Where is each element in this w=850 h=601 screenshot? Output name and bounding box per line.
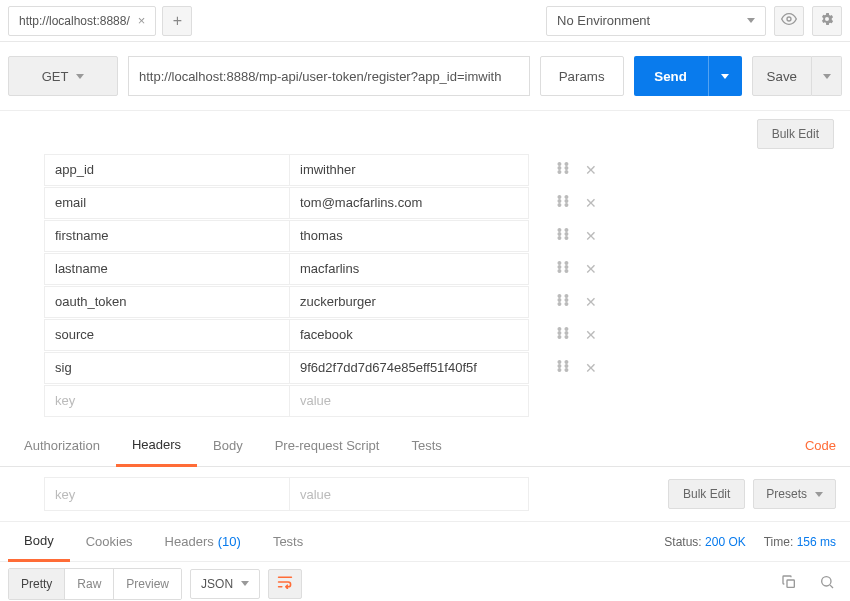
environment-preview-button[interactable] (774, 6, 804, 36)
param-row: ••••••✕ (44, 219, 842, 252)
environment-label: No Environment (557, 13, 650, 28)
wrap-lines-button[interactable] (268, 569, 302, 599)
delete-icon[interactable]: ✕ (585, 327, 597, 343)
status-container: Status: 200 OK (664, 535, 745, 549)
param-value-input[interactable] (289, 319, 529, 351)
param-key-input[interactable] (44, 286, 289, 318)
gear-icon (819, 11, 835, 30)
param-key-input-new[interactable] (44, 385, 289, 417)
add-tab-button[interactable]: + (162, 6, 192, 36)
param-key-input[interactable] (44, 253, 289, 285)
method-select[interactable]: GET (8, 56, 118, 96)
tab-headers[interactable]: Headers (116, 425, 197, 467)
drag-handle-icon[interactable]: •••••• (557, 327, 567, 343)
eye-icon (781, 11, 797, 30)
time-label: Time: (764, 535, 794, 549)
view-preview-button[interactable]: Preview (113, 569, 181, 599)
chevron-down-icon (76, 74, 84, 79)
delete-icon[interactable]: ✕ (585, 162, 597, 178)
delete-icon[interactable]: ✕ (585, 228, 597, 244)
svg-point-2 (822, 577, 831, 586)
param-key-input[interactable] (44, 220, 289, 252)
search-icon (819, 574, 835, 593)
close-icon[interactable]: × (138, 13, 146, 28)
settings-button[interactable] (812, 6, 842, 36)
param-row: ••••••✕ (44, 318, 842, 351)
param-row: ••••••✕ (44, 285, 842, 318)
request-tab[interactable]: http://localhost:8888/ × (8, 6, 156, 36)
response-tab-body[interactable]: Body (8, 522, 70, 562)
param-key-input[interactable] (44, 187, 289, 219)
drag-handle-icon[interactable]: •••••• (557, 162, 567, 178)
status-value: 200 OK (705, 535, 746, 549)
save-dropdown-button[interactable] (812, 56, 842, 96)
response-tab-headers[interactable]: Headers (10) (149, 522, 257, 562)
header-value-input[interactable] (289, 477, 529, 511)
drag-handle-icon[interactable]: •••••• (557, 228, 567, 244)
param-key-input[interactable] (44, 154, 289, 186)
time-container: Time: 156 ms (764, 535, 836, 549)
param-row: ••••••✕ (44, 351, 842, 384)
param-value-input[interactable] (289, 220, 529, 252)
time-value: 156 ms (797, 535, 836, 549)
search-button[interactable] (812, 569, 842, 599)
url-input[interactable] (128, 56, 530, 96)
headers-bulk-edit-button[interactable]: Bulk Edit (668, 479, 745, 509)
svg-rect-1 (787, 580, 794, 587)
drag-handle-icon[interactable]: •••••• (557, 261, 567, 277)
response-headers-label: Headers (165, 534, 214, 549)
send-dropdown-button[interactable] (708, 56, 742, 96)
param-row: ••••••✕ (44, 252, 842, 285)
response-headers-count: (10) (218, 534, 241, 549)
view-raw-button[interactable]: Raw (64, 569, 113, 599)
wrap-icon (277, 575, 293, 593)
save-button[interactable]: Save (752, 56, 812, 96)
environment-select[interactable]: No Environment (546, 6, 766, 36)
bulk-edit-button[interactable]: Bulk Edit (757, 119, 834, 149)
tab-body[interactable]: Body (197, 425, 259, 467)
tab-pre-request[interactable]: Pre-request Script (259, 425, 396, 467)
drag-handle-icon[interactable]: •••••• (557, 360, 567, 376)
delete-icon[interactable]: ✕ (585, 294, 597, 310)
param-row: ••••••✕ (44, 186, 842, 219)
response-tab-cookies[interactable]: Cookies (70, 522, 149, 562)
param-key-input[interactable] (44, 319, 289, 351)
send-button[interactable]: Send (634, 56, 708, 96)
copy-icon (781, 574, 797, 593)
drag-handle-icon[interactable]: •••••• (557, 195, 567, 211)
presets-button[interactable]: Presets (753, 479, 836, 509)
format-select[interactable]: JSON (190, 569, 260, 599)
param-value-input-new[interactable] (289, 385, 529, 417)
drag-handle-icon[interactable]: •••••• (557, 294, 567, 310)
params-button[interactable]: Params (540, 56, 624, 96)
chevron-down-icon (823, 74, 831, 79)
view-pretty-button[interactable]: Pretty (9, 569, 64, 599)
format-label: JSON (201, 577, 233, 591)
chevron-down-icon (721, 74, 729, 79)
tab-tests[interactable]: Tests (395, 425, 457, 467)
chevron-down-icon (241, 581, 249, 586)
response-tab-tests[interactable]: Tests (257, 522, 319, 562)
method-label: GET (42, 69, 69, 84)
chevron-down-icon (747, 18, 755, 23)
presets-label: Presets (766, 487, 807, 501)
param-value-input[interactable] (289, 187, 529, 219)
param-value-input[interactable] (289, 253, 529, 285)
code-link[interactable]: Code (805, 438, 842, 453)
delete-icon[interactable]: ✕ (585, 261, 597, 277)
param-value-input[interactable] (289, 286, 529, 318)
param-key-input[interactable] (44, 352, 289, 384)
header-key-input[interactable] (44, 477, 289, 511)
status-label: Status: (664, 535, 701, 549)
request-tab-title: http://localhost:8888/ (19, 14, 130, 28)
copy-button[interactable] (774, 569, 804, 599)
param-value-input[interactable] (289, 352, 529, 384)
tab-authorization[interactable]: Authorization (8, 425, 116, 467)
delete-icon[interactable]: ✕ (585, 195, 597, 211)
chevron-down-icon (815, 492, 823, 497)
svg-point-0 (787, 17, 791, 21)
param-value-input[interactable] (289, 154, 529, 186)
param-row: ••••••✕ (44, 153, 842, 186)
delete-icon[interactable]: ✕ (585, 360, 597, 376)
